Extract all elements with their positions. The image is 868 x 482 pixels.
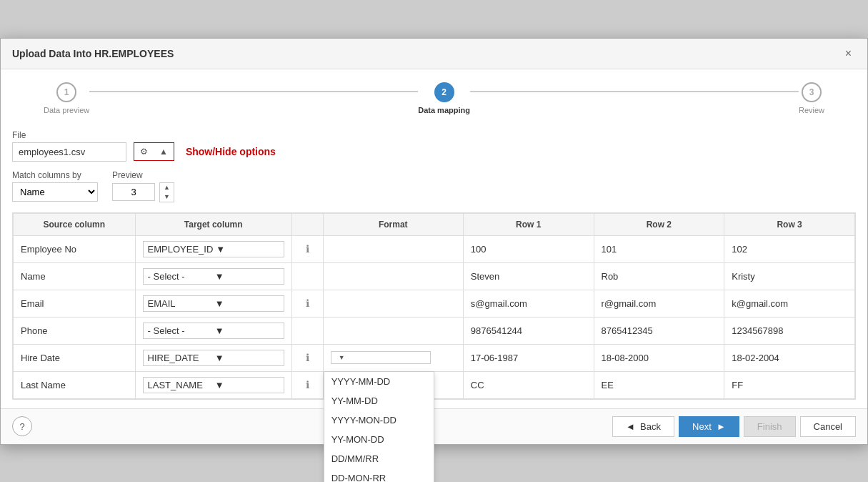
step-1-circle: 1	[56, 82, 76, 102]
row3-cell: 18-02-2004	[724, 344, 855, 371]
preview-up[interactable]: ▲	[160, 183, 174, 192]
match-label: Match columns by	[12, 170, 98, 180]
format-option[interactable]: YYYY-MON-DD	[324, 410, 434, 430]
format-cell	[323, 235, 463, 262]
file-name: employees1.csv	[12, 142, 126, 162]
format-option[interactable]: YY-MM-DD	[324, 391, 434, 410]
format-cell	[323, 290, 463, 317]
info-icon[interactable]: ℹ	[306, 352, 309, 363]
source-cell: Employee No	[14, 235, 136, 262]
close-button[interactable]: ×	[841, 46, 856, 62]
row2-cell: Rob	[594, 262, 724, 290]
source-cell: Name	[14, 262, 136, 290]
target-select-email[interactable]: EMAIL ▼	[143, 295, 284, 312]
col-row3: Row 3	[724, 213, 855, 235]
format-cell	[323, 317, 463, 344]
dropdown-arrow-icon: ▼	[215, 271, 279, 282]
target-value: LAST_NAME	[148, 380, 212, 390]
info-cell: ℹ	[291, 290, 323, 317]
modal-body: File employees1.csv ⚙ ▲ Show/Hide option…	[1, 122, 867, 408]
target-value: HIRE_DATE	[148, 353, 212, 363]
info-cell	[291, 317, 323, 344]
source-cell: Phone	[14, 317, 136, 344]
row2-cell: 8765412345	[594, 317, 724, 344]
table-row: Hire Date HIRE_DATE ▼ ℹ	[14, 344, 855, 371]
format-option[interactable]: DD-MON-RR	[324, 468, 434, 483]
source-cell: Email	[14, 290, 136, 317]
step-3-circle: 3	[802, 82, 822, 102]
preview-arrows: ▲ ▼	[159, 182, 174, 202]
match-select[interactable]: Name Position	[12, 182, 98, 202]
row1-cell: 100	[463, 235, 594, 262]
help-button[interactable]: ?	[12, 416, 32, 436]
format-option[interactable]: YYYY-MM-DD	[324, 372, 434, 391]
next-button[interactable]: Next ►	[679, 416, 739, 437]
row1-cell: Steven	[463, 262, 594, 290]
step-3-label: Review	[799, 106, 824, 114]
target-value: - Select -	[148, 271, 212, 282]
format-dropdown-list: YYYY-MM-DD YY-MM-DD YYYY-MON-DD YY-MON-D…	[324, 372, 434, 483]
collapse-button[interactable]: ▲	[154, 143, 174, 160]
match-columns-group: Match columns by Name Position	[12, 170, 98, 202]
row2-cell: 18-08-2000	[594, 344, 724, 371]
target-select-name[interactable]: - Select - ▼	[143, 268, 284, 285]
format-cell	[323, 262, 463, 290]
target-select-last-name[interactable]: LAST_NAME ▼	[143, 377, 284, 393]
row1-cell: s@gmail.com	[463, 290, 594, 317]
target-value: - Select -	[148, 325, 212, 336]
preview-row: ▲ ▼	[112, 182, 174, 202]
col-row2: Row 2	[594, 213, 724, 235]
info-icon[interactable]: ℹ	[306, 243, 309, 255]
dropdown-arrow-icon: ▼	[215, 353, 279, 363]
step-line-1	[89, 91, 418, 92]
target-cell: - Select - ▼	[135, 262, 291, 290]
col-icon	[291, 213, 323, 235]
dropdown-arrow-icon: ▼	[215, 380, 279, 390]
target-select-phone[interactable]: - Select - ▼	[143, 323, 284, 339]
row2-cell: 101	[594, 235, 724, 262]
target-cell: - Select - ▼	[135, 317, 291, 344]
row2-cell: EE	[594, 371, 724, 398]
target-value: EMPLOYEE_ID	[148, 244, 214, 255]
row3-cell: 102	[724, 235, 855, 262]
format-dropdown: YYYY-MM-DD YY-MM-DD YYYY-MON-DD YY-MON-D…	[324, 371, 434, 483]
cancel-button[interactable]: Cancel	[800, 416, 856, 437]
target-select-hire-date[interactable]: HIRE_DATE ▼	[143, 350, 284, 366]
modal-title: Upload Data Into HR.EMPLOYEES	[12, 48, 174, 59]
dropdown-arrow-icon: ▼	[215, 325, 279, 336]
format-option[interactable]: DD/MM/RR	[324, 449, 434, 468]
info-cell: ℹ	[291, 344, 323, 371]
step-line-2	[470, 91, 799, 92]
info-icon[interactable]: ℹ	[306, 297, 309, 309]
format-select[interactable]: ▼	[331, 351, 431, 364]
options-row: Match columns by Name Position Preview ▲…	[12, 170, 856, 202]
col-format: Format	[323, 213, 463, 235]
step-3: 3 Review	[799, 82, 824, 114]
format-cell: ▼ YYYY-MM-DD YY-MM-DD YYYY-MON-DD YY-MON…	[323, 344, 463, 371]
step-2-label: Data mapping	[418, 106, 470, 114]
step-2: 2 Data mapping	[418, 82, 470, 114]
target-cell: HIRE_DATE ▼	[135, 344, 291, 371]
modal-header: Upload Data Into HR.EMPLOYEES ×	[1, 39, 867, 69]
gear-button[interactable]: ⚙	[134, 143, 154, 160]
preview-down[interactable]: ▼	[160, 192, 174, 202]
table-row: Name - Select - ▼ Steven Rob Kristy	[14, 262, 855, 290]
source-cell: Hire Date	[14, 344, 136, 371]
col-target: Target column	[135, 213, 291, 235]
file-row: employees1.csv ⚙ ▲ Show/Hide options	[12, 142, 856, 162]
back-button[interactable]: ◄ Back	[612, 416, 674, 437]
preview-input[interactable]	[112, 183, 155, 201]
table-row: Employee No EMPLOYEE_ID ▼ ℹ 100 101	[14, 235, 855, 262]
mapping-table: Source column Target column Format Row 1…	[13, 213, 855, 399]
format-option[interactable]: YY-MON-DD	[324, 430, 434, 449]
modal: Upload Data Into HR.EMPLOYEES × 1 Data p…	[0, 38, 868, 445]
target-select-employee-no[interactable]: EMPLOYEE_ID ▼	[143, 241, 284, 257]
target-cell: EMPLOYEE_ID ▼	[135, 235, 291, 262]
preview-label: Preview	[112, 170, 174, 180]
row1-cell: 9876541244	[463, 317, 594, 344]
row1-cell: CC	[463, 371, 594, 398]
target-cell: EMAIL ▼	[135, 290, 291, 317]
info-cell: ℹ	[291, 235, 323, 262]
info-icon[interactable]: ℹ	[306, 379, 309, 390]
dropdown-arrow-icon: ▼	[216, 244, 279, 255]
